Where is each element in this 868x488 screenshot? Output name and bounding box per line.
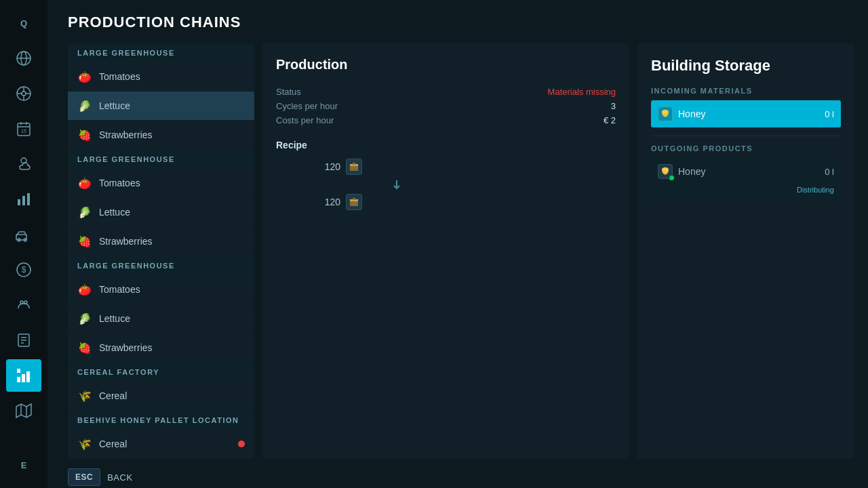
recipe-section: Recipe 120 120 (276, 140, 616, 210)
chain-item[interactable]: 🌾Cereal (68, 430, 254, 459)
chain-item[interactable]: 🍅Tomatoes (68, 169, 254, 198)
chain-item-name: Strawberries (99, 342, 245, 353)
chain-item[interactable]: 🥬Lettuce (68, 304, 254, 333)
chain-item[interactable]: 🌾Cereal (68, 382, 254, 411)
sidebar-item-stats[interactable] (6, 183, 41, 216)
chain-item[interactable]: 🥬Lettuce (68, 92, 254, 121)
svg-rect-29 (17, 377, 20, 382)
svg-point-44 (662, 110, 669, 114)
chain-item-icon: 🥬 (77, 205, 92, 220)
recipe-title: Recipe (276, 140, 616, 150)
sidebar-item-vehicles[interactable] (6, 218, 41, 251)
recipe-qty-2: 120 (317, 197, 340, 207)
cycles-value: 3 (611, 101, 616, 111)
active-dot-icon (669, 176, 674, 180)
chain-header: CEREAL FACTORY (68, 363, 254, 382)
chain-header: LARGE GREENHOUSE (68, 43, 254, 62)
page-title: PRODUCTION CHAINS (68, 14, 854, 31)
sidebar-item-map[interactable] (6, 394, 41, 427)
sidebar-item-e[interactable]: E (6, 449, 41, 481)
sidebar-item-globe[interactable] (6, 42, 41, 75)
svg-text:15: 15 (21, 129, 26, 134)
svg-point-23 (20, 301, 23, 304)
sidebar-item-steering[interactable] (6, 77, 41, 110)
svg-rect-15 (18, 199, 20, 205)
costs-label: Costs per hour (276, 115, 334, 125)
storage-item-name: Honey (678, 166, 819, 177)
columns: LARGE GREENHOUSE🍅Tomatoes🥬Lettuce🍓Strawb… (68, 43, 854, 459)
chain-item-name: Strawberries (99, 236, 245, 247)
chain-item-icon: 🍓 (77, 340, 92, 355)
incoming-list: Honey0 l (651, 100, 841, 127)
bottom-bar: ESC BACK (68, 468, 854, 486)
chain-item-name: Tomatoes (99, 71, 245, 82)
chain-item-icon: 🍅 (77, 282, 92, 297)
storage-item-icon (658, 164, 673, 179)
chain-item-icon: 🍅 (77, 176, 92, 190)
sidebar-item-weather[interactable] (6, 148, 41, 180)
sidebar-item-animals[interactable] (6, 289, 41, 321)
svg-rect-32 (17, 369, 20, 373)
costs-row: Costs per hour € 2 (276, 113, 616, 127)
storage-item-amount: 0 l (825, 109, 834, 119)
recipe-item-2: 120 (317, 194, 362, 210)
costs-value: € 2 (604, 115, 616, 125)
chain-header: BEEHIVE HONEY PALLET LOCATION (68, 411, 254, 430)
svg-rect-30 (22, 374, 25, 382)
storage-panel: Building Storage INCOMING MATERIALS Hone… (637, 43, 854, 459)
svg-marker-34 (16, 404, 31, 418)
chain-item[interactable]: 🍓Strawberries (68, 121, 254, 150)
svg-point-4 (22, 92, 26, 96)
back-label[interactable]: BACK (107, 472, 132, 483)
sidebar-item-production[interactable] (6, 359, 41, 392)
chain-header: LARGE GREENHOUSE (68, 256, 254, 275)
storage-item-status: Distributing (658, 186, 834, 194)
chains-panel: LARGE GREENHOUSE🍅Tomatoes🥬Lettuce🍓Strawb… (68, 43, 254, 459)
svg-rect-31 (26, 371, 30, 382)
svg-rect-16 (22, 196, 25, 205)
production-panel: Production Status Materials missing Cycl… (262, 43, 629, 459)
red-dot-icon (238, 441, 245, 447)
chain-item-name: Cereal (99, 439, 231, 449)
chain-item[interactable]: 🍓Strawberries (68, 227, 254, 256)
svg-rect-39 (353, 163, 355, 165)
chain-item[interactable]: 🍓Strawberries (68, 333, 254, 363)
chain-item[interactable]: 🥬Lettuce (68, 198, 254, 227)
cycles-label: Cycles per hour (276, 101, 338, 111)
recipe-items: 120 120 (276, 159, 616, 210)
incoming-label: INCOMING MATERIALS (651, 87, 841, 95)
storage-item-icon (658, 106, 673, 121)
chain-header: LARGE GREENHOUSE (68, 150, 254, 169)
chain-item-name: Tomatoes (99, 178, 245, 188)
chain-item-icon: 🌾 (77, 388, 92, 403)
outgoing-item[interactable]: Honey0 lDistributing (651, 158, 841, 200)
chain-item-name: Lettuce (99, 207, 245, 218)
chain-item-icon: 🍓 (77, 234, 92, 249)
svg-point-46 (662, 167, 669, 171)
status-value: Materials missing (548, 87, 616, 97)
storage-divider (651, 136, 841, 136)
chain-item-name: Lettuce (99, 313, 245, 324)
outgoing-item-wrapper: Honey0 lDistributing (651, 158, 841, 200)
sidebar-item-calendar[interactable]: 15 (6, 113, 41, 145)
sidebar: Q 15 $ E (0, 0, 47, 488)
svg-text:$: $ (22, 265, 26, 274)
chain-item-icon: 🥬 (77, 98, 92, 113)
storage-item-name: Honey (678, 108, 819, 119)
chain-item-name: Lettuce (99, 100, 245, 111)
outgoing-list: Honey0 lDistributing (651, 158, 841, 200)
chain-item[interactable]: 🍅Tomatoes (68, 62, 254, 92)
sidebar-item-q[interactable]: Q (6, 7, 41, 39)
storage-title: Building Storage (651, 57, 841, 75)
incoming-item[interactable]: Honey0 l (651, 100, 841, 127)
chain-item[interactable]: 🍅Tomatoes (68, 275, 254, 304)
recipe-item-1: 120 (317, 159, 362, 175)
recipe-icon-1 (346, 159, 362, 175)
sidebar-item-missions[interactable] (6, 324, 41, 357)
chain-item-icon: 🌾 (77, 436, 92, 451)
recipe-qty-1: 120 (317, 161, 340, 172)
chain-item-name: Tomatoes (99, 284, 245, 295)
svg-point-24 (24, 301, 27, 304)
esc-button[interactable]: ESC (68, 468, 100, 486)
sidebar-item-finances[interactable]: $ (6, 253, 41, 286)
